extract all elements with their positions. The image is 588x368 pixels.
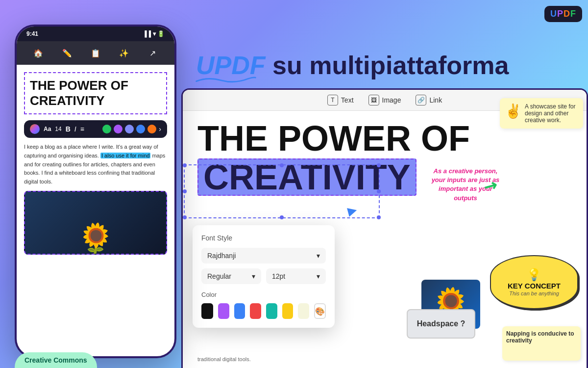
image-tool-icon: 🖼 (368, 95, 379, 105)
creative-commons-button[interactable]: Creative Commons (15, 352, 97, 368)
key-concept-subtitle: This can be anything (509, 290, 559, 296)
headspace-label: Headspace ? (417, 319, 466, 328)
phone-home-icon[interactable]: 🏠 (31, 46, 45, 60)
logo-p: P (557, 9, 564, 19)
text-tool-label: Text (341, 96, 354, 104)
key-concept-bubble: 💡 KEY CONCEPT This can be anything (490, 255, 578, 309)
napping-text: Napping is conducive to creativity (506, 330, 574, 344)
creative-commons-label: Creative Commons (24, 356, 87, 364)
phone-time: 9:41 (26, 30, 38, 37)
font-panel-title: Font Style (201, 234, 326, 242)
image-tool-label: Image (382, 96, 401, 104)
highlight-text: I also use it for mind (100, 153, 150, 158)
swatch-purple[interactable] (114, 125, 122, 133)
peace-emoji: ✌️ (505, 103, 522, 119)
swatch-more-icon[interactable]: › (159, 125, 161, 133)
phone-color-bar[interactable]: Aa 14 B I ≡ › (24, 120, 167, 138)
font-weight-arrow: ▾ (252, 272, 255, 280)
font-size-row: Regular ▾ 12pt ▾ (201, 268, 326, 284)
font-weight-select[interactable]: Regular ▾ (201, 268, 261, 284)
color-swatch-yellow[interactable] (282, 303, 294, 319)
color-swatch-blue[interactable] (234, 303, 245, 319)
logo-u: U (550, 9, 557, 19)
swatch-blue[interactable] (136, 125, 145, 133)
tablet-title-highlighted: CREATIVITY (197, 158, 416, 196)
key-concept-title: KEY CONCEPT (508, 282, 561, 290)
font-name-select[interactable]: Rajdhanji ▾ (201, 248, 326, 263)
phone-share-icon[interactable]: ↗ (146, 46, 160, 60)
color-swatches: 🎨 (201, 303, 326, 319)
font-style-panel: Font Style Rajdhanji ▾ Regular ▾ 12pt ▾ … (193, 225, 335, 328)
font-size-select[interactable]: 12pt ▾ (266, 268, 326, 284)
font-size-value: 12pt (272, 272, 285, 280)
font-name-arrow: ▾ (317, 252, 320, 260)
showcase-text: A showcase site for design and other cre… (525, 103, 575, 124)
list-label: ≡ (80, 125, 84, 133)
phone-status-bar: 9:41 ▐▐ ▾ 🔋 (17, 26, 174, 41)
tablet-tool-link[interactable]: 🔗 Link (416, 95, 442, 105)
color-swatch-cream[interactable] (298, 303, 309, 319)
color-swatch-teal[interactable] (266, 303, 277, 319)
font-size-arrow: ▾ (317, 272, 320, 280)
swatch-orange[interactable] (147, 125, 156, 133)
updf-logo: UPDF (544, 6, 582, 22)
phone-toolbar[interactable]: 🏠 ✏️ 📋 ✨ ↗ (17, 41, 174, 65)
color-swatch-purple[interactable] (218, 303, 229, 319)
tablet-tool-image[interactable]: 🖼 Image (368, 95, 401, 105)
tablet-tool-text[interactable]: T Text (327, 95, 354, 105)
logo-f: F (570, 9, 576, 19)
aa-label: Aa (44, 126, 51, 132)
phone-body-text: I keep a blog as a place where I write. … (24, 143, 167, 186)
font-name-value: Rajdhanji (207, 252, 236, 260)
headline-rest: su multipiattaforma (266, 51, 509, 79)
phone-content: THE POWER OF CREATIVITY Aa 14 B I ≡ › I … (17, 65, 174, 262)
phone-icons: ▐▐ ▾ 🔋 (143, 30, 165, 37)
phone-mockup: 9:41 ▐▐ ▾ 🔋 🏠 ✏️ 📋 ✨ ↗ THE POWER OF CREA… (15, 25, 176, 358)
phone-copy-icon[interactable]: 📋 (89, 46, 102, 60)
italic-label: I (74, 125, 76, 133)
font-weight-value: Regular (207, 272, 231, 280)
text-tool-icon: T (327, 95, 338, 105)
headspace-box: Headspace ? (407, 309, 475, 339)
phone-pencil-icon[interactable]: ✏️ (60, 46, 74, 60)
swatch-indigo[interactable] (125, 125, 134, 133)
phone-title-box: THE POWER OF CREATIVITY (24, 72, 167, 114)
napping-box: Napping is conducive to creativity (502, 326, 581, 361)
headline-underline-svg (194, 75, 258, 83)
color-picker-button[interactable]: 🎨 (314, 303, 326, 319)
sunflower-emoji: 🌻 (77, 221, 114, 255)
tablet-bottom-text: traditional digital tools. (197, 356, 251, 362)
link-tool-icon: 🔗 (416, 95, 426, 105)
phone-star-icon[interactable]: ✨ (117, 46, 131, 60)
tablet-title-line2: CREATIVITY (197, 158, 572, 196)
link-tool-label: Link (429, 96, 442, 104)
showcase-decoration: ✌️ A showcase site for design and other … (500, 98, 583, 129)
swatch-green[interactable] (102, 125, 111, 133)
color-swatch-red[interactable] (250, 303, 261, 319)
phone-image-sunflower: 🌻 (24, 191, 167, 255)
size-label: 14 (55, 126, 61, 132)
logo-d: D (564, 9, 570, 19)
bold-label: B (66, 125, 71, 133)
lightbulb-icon: 💡 (527, 268, 541, 282)
color-wheel (30, 124, 40, 134)
phone-title-text: THE POWER OF CREATIVITY (30, 78, 161, 108)
color-swatch-black[interactable] (201, 303, 213, 319)
color-section-title: Color (201, 291, 326, 298)
